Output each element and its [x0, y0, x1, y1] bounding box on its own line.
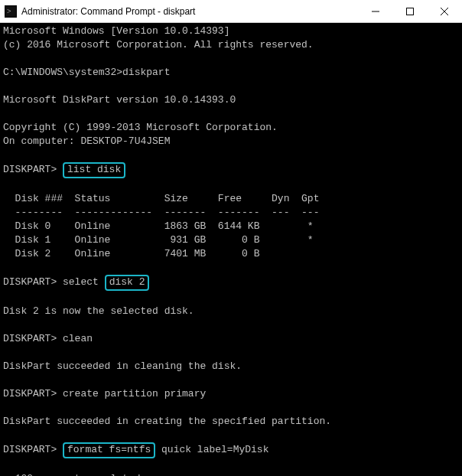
text-line: DiskPart succeeded in creating the speci… [3, 416, 331, 427]
text-line: 100 percent completed [3, 473, 140, 476]
text-line: On computer: DESKTOP-7U4JSEM [3, 135, 170, 147]
window-title: Administrator: Command Prompt - diskpart [21, 6, 358, 17]
table-header: Disk ### Status Size Free Dyn Gpt [3, 193, 319, 204]
command-text: diskpart [122, 67, 170, 78]
diskpart-prompt: DISKPART> [3, 333, 63, 344]
svg-rect-4 [406, 8, 413, 15]
text-line: Disk 2 is now the selected disk. [3, 305, 194, 317]
svg-text:>: > [7, 7, 11, 15]
prompt-path: C:\WINDOWS\system32> [3, 67, 122, 78]
diskpart-prompt: DISKPART> [3, 388, 63, 399]
table-row: Disk 0 Online 1863 GB 6144 KB * [3, 220, 314, 232]
diskpart-prompt: DISKPART> [3, 444, 63, 455]
command-text: clean [63, 333, 93, 344]
highlight-list-disk: list disk [63, 162, 125, 178]
cmd-icon: > [5, 5, 17, 18]
window-controls [358, 0, 462, 22]
highlight-disk-2: disk 2 [105, 275, 150, 291]
command-text: quick label=MyDisk [155, 444, 268, 455]
terminal-output[interactable]: Microsoft Windows [Version 10.0.14393] (… [0, 23, 462, 476]
table-row: Disk 1 Online 931 GB 0 B * [3, 234, 314, 246]
highlight-format: format fs=ntfs [63, 442, 155, 458]
command-text: select [63, 276, 105, 288]
diskpart-prompt: DISKPART> [3, 276, 63, 288]
table-row: Disk 2 Online 7401 MB 0 B [3, 248, 259, 259]
text-line: (c) 2016 Microsoft Corporation. All righ… [3, 39, 314, 51]
text-line: DiskPart succeeded in cleaning the disk. [3, 360, 242, 372]
cmd-window: > Administrator: Command Prompt - diskpa… [0, 0, 462, 476]
titlebar[interactable]: > Administrator: Command Prompt - diskpa… [0, 0, 462, 23]
diskpart-prompt: DISKPART> [3, 164, 63, 175]
table-divider: -------- ------------- ------- ------- -… [3, 207, 319, 218]
text-line: Microsoft Windows [Version 10.0.14393] [3, 25, 229, 37]
minimize-button[interactable] [358, 0, 392, 22]
command-text: create partition primary [63, 388, 206, 399]
text-line: Copyright (C) 1999-2013 Microsoft Corpor… [3, 122, 278, 133]
maximize-button[interactable] [392, 0, 427, 22]
text-line: Microsoft DiskPart version 10.0.14393.0 [3, 94, 236, 106]
close-button[interactable] [427, 0, 462, 22]
